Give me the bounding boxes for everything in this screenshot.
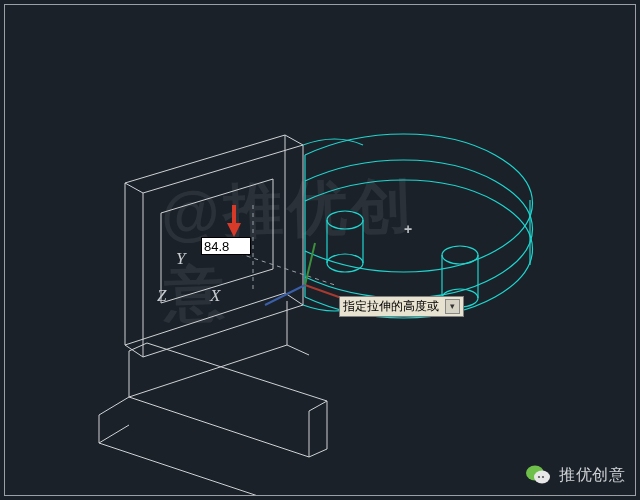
svg-point-17 bbox=[538, 476, 540, 478]
svg-point-3 bbox=[327, 254, 363, 272]
footer-brand: 推优创意 bbox=[525, 463, 625, 487]
command-tooltip: 指定拉伸的高度或 ▾ bbox=[339, 296, 464, 317]
cad-viewport[interactable]: @推优创意 bbox=[4, 4, 636, 496]
wire-bracket bbox=[99, 135, 327, 496]
svg-point-18 bbox=[542, 476, 544, 478]
ucs-origin-plus: + bbox=[404, 221, 412, 237]
command-tooltip-text: 指定拉伸的高度或 bbox=[343, 298, 439, 315]
svg-point-6 bbox=[442, 246, 478, 264]
axis-label-y: Y bbox=[176, 249, 185, 269]
chat-bubble-icon bbox=[525, 463, 551, 487]
tooltip-expand-button[interactable]: ▾ bbox=[445, 299, 460, 314]
brand-text: 推优创意 bbox=[559, 465, 625, 486]
axis-label-z: Z bbox=[157, 286, 166, 306]
extrude-height-input[interactable] bbox=[201, 237, 251, 255]
wire-extrude-preview bbox=[303, 134, 533, 318]
axis-label-x: X bbox=[210, 286, 220, 306]
svg-point-2 bbox=[327, 211, 363, 229]
drawing-canvas bbox=[5, 5, 636, 496]
